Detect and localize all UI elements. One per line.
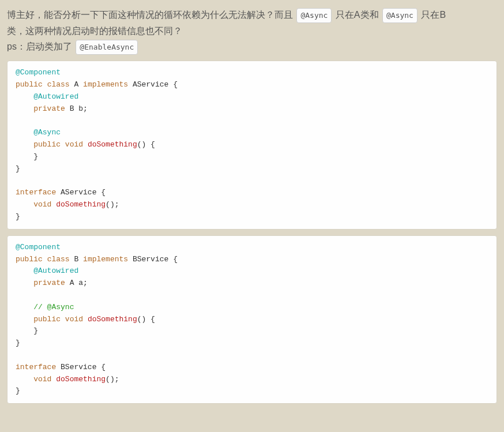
- field-name-b: b: [78, 104, 83, 113]
- method-dosomething: doSomething: [88, 140, 137, 149]
- interface-method-dosomething: doSomething: [56, 375, 106, 384]
- q-line3-prefix: ps：启动类加了: [7, 42, 74, 51]
- interface-name-aservice: AService: [61, 188, 96, 197]
- q-line1-part1: 博主好，能否分析一下下面这种情况的循环依赖为什么无法解决？而且: [7, 10, 295, 20]
- keyword-public: public: [33, 315, 61, 324]
- interface-name-bservice: BService: [61, 363, 96, 371]
- field-type-a: A: [70, 279, 74, 287]
- code-block-class-a: @Component public class A implements ASe…: [7, 61, 497, 229]
- keyword-void: void: [33, 375, 51, 384]
- annotation-autowired: @Autowired: [33, 92, 78, 101]
- inline-code-enable-async: @EnableAsync: [76, 40, 138, 55]
- field-type-b: B: [70, 104, 74, 113]
- keyword-void: void: [65, 315, 83, 324]
- commented-out-async: // @Async: [33, 303, 74, 311]
- q-line2: 类，这两种情况启动时的报错信息也不同？: [7, 26, 182, 36]
- keyword-private: private: [33, 104, 65, 113]
- keyword-implements: implements: [83, 80, 128, 89]
- class-name-b: B: [74, 255, 78, 264]
- annotation-autowired: @Autowired: [33, 266, 78, 275]
- field-name-a: a: [78, 279, 83, 287]
- interface-method-dosomething: doSomething: [56, 200, 106, 209]
- keyword-public: public: [16, 80, 43, 89]
- keyword-public: public: [16, 255, 43, 264]
- q-line1-part2: 只在A类和: [333, 10, 381, 20]
- keyword-implements: implements: [83, 255, 128, 264]
- keyword-class: class: [47, 255, 70, 264]
- q-line1-part3: 只在B: [419, 10, 446, 20]
- code-block-class-b: @Component public class B implements BSe…: [7, 235, 497, 404]
- annotation-component: @Component: [16, 68, 61, 77]
- question-text: 博主好，能否分析一下下面这种情况的循环依赖为什么无法解决？而且 @Async 只…: [7, 7, 497, 55]
- interface-ref-bservice: BService: [133, 255, 168, 264]
- keyword-interface: interface: [16, 363, 56, 371]
- keyword-void: void: [65, 140, 83, 149]
- inline-code-async-1: @Async: [296, 8, 332, 23]
- method-dosomething: doSomething: [88, 315, 137, 324]
- keyword-interface: interface: [16, 188, 56, 197]
- annotation-async: @Async: [33, 128, 61, 137]
- keyword-class: class: [47, 80, 70, 89]
- inline-code-async-2: @Async: [382, 8, 418, 23]
- interface-ref-aservice: AService: [133, 80, 168, 89]
- keyword-void: void: [33, 200, 51, 209]
- keyword-public: public: [33, 140, 61, 149]
- annotation-component: @Component: [16, 243, 61, 251]
- keyword-private: private: [33, 279, 65, 287]
- class-name-a: A: [74, 80, 78, 89]
